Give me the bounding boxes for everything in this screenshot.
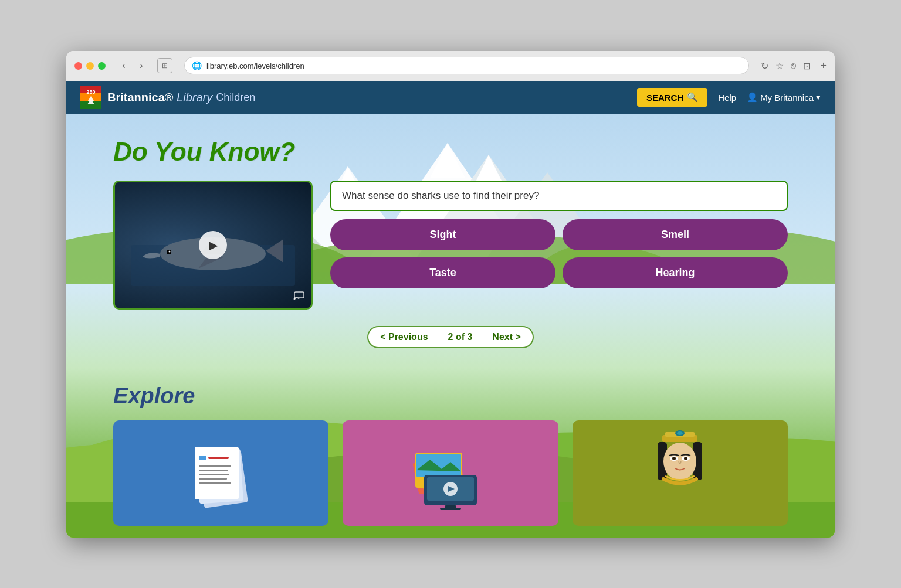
explore-card-history[interactable] [573, 420, 788, 526]
pagination: < Previous 2 of 3 Next > [113, 326, 788, 348]
title-bar: ‹ › ⊞ 🌐 library.eb.com/levels/children ↻… [66, 51, 835, 81]
svg-rect-26 [199, 456, 206, 460]
logo-tree-icon [84, 95, 97, 106]
back-button[interactable]: ‹ [116, 58, 131, 73]
logo-badge: 250 [80, 86, 101, 109]
svg-point-54 [684, 457, 687, 460]
hero-title: Do You Know? [113, 137, 788, 166]
svg-rect-28 [199, 465, 231, 467]
svg-rect-27 [208, 457, 229, 459]
cast-svg [293, 291, 305, 300]
svg-point-50 [663, 443, 696, 480]
previous-button[interactable]: < Previous [367, 326, 439, 348]
logo-children: Children [216, 91, 255, 104]
svg-rect-30 [199, 474, 229, 475]
svg-rect-43 [440, 508, 461, 510]
traffic-lights [74, 62, 106, 70]
svg-point-22 [294, 298, 296, 300]
search-icon: 🔍 [687, 92, 698, 103]
videos-icon [409, 435, 492, 511]
articles-icon [186, 435, 256, 511]
cleopatra-icon [645, 426, 715, 520]
explore-title: Explore [113, 383, 788, 409]
question-box: What sense do sharks use to find their p… [330, 181, 788, 211]
browser-window: ‹ › ⊞ 🌐 library.eb.com/levels/children ↻… [66, 51, 835, 538]
refresh-icon[interactable]: ↻ [761, 60, 768, 72]
site-header: 250 Britannica® Library Children SEARCH … [66, 81, 835, 114]
maximize-button[interactable] [98, 62, 106, 70]
explore-card-articles[interactable] [113, 420, 328, 526]
help-link[interactable]: Help [718, 93, 736, 103]
user-icon: 👤 [747, 92, 758, 103]
svg-rect-21 [294, 292, 304, 298]
answer-taste[interactable]: Taste [330, 257, 555, 288]
play-button[interactable]: ▶ [199, 231, 227, 259]
cast-icon[interactable] [293, 291, 305, 303]
explore-cards [113, 420, 788, 526]
logo-text: Britannica® Library [107, 91, 212, 104]
hero-content: Do You Know? [66, 114, 835, 366]
sidebar-icon[interactable]: ⊡ [803, 60, 811, 72]
next-button[interactable]: Next > [480, 326, 533, 348]
bookmark-icon[interactable]: ☆ [775, 60, 784, 72]
globe-icon: 🌐 [192, 61, 202, 70]
play-icon: ▶ [209, 238, 218, 252]
minimize-button[interactable] [86, 62, 94, 70]
svg-point-53 [672, 457, 676, 460]
answer-grid: Sight Smell Taste Hearing [330, 219, 788, 288]
svg-rect-29 [199, 470, 228, 471]
close-button[interactable] [74, 62, 82, 70]
share-icon[interactable]: ⎋ [791, 60, 796, 72]
page-content: 250 Britannica® Library Children SEARCH … [66, 81, 835, 538]
logo-area: 250 Britannica® Library Children [80, 86, 255, 109]
browser-actions: ↻ ☆ ⎋ ⊡ [761, 60, 811, 72]
page-count: 2 of 3 [440, 326, 481, 348]
answer-smell[interactable]: Smell [563, 219, 788, 250]
hero-section: Do You Know? [66, 114, 835, 538]
header-right: SEARCH 🔍 Help 👤 My Britannica ▾ [637, 88, 821, 107]
quiz-area: ▶ What sense do sharks use to find [113, 181, 788, 310]
svg-rect-25 [195, 447, 239, 499]
chevron-down-icon: ▾ [816, 92, 821, 103]
logo-250: 250 [86, 90, 95, 95]
search-button[interactable]: SEARCH 🔍 [637, 88, 707, 107]
svg-rect-31 [199, 478, 227, 480]
search-label: SEARCH [646, 93, 683, 103]
quiz-right: What sense do sharks use to find their p… [330, 181, 788, 288]
url-text: library.eb.com/levels/children [206, 62, 304, 70]
answer-hearing[interactable]: Hearing [563, 257, 788, 288]
address-bar[interactable]: 🌐 library.eb.com/levels/children [184, 57, 749, 74]
expand-button[interactable]: + [820, 60, 827, 72]
explore-section: Explore [66, 366, 835, 538]
answer-sight[interactable]: Sight [330, 219, 555, 250]
tab-icon[interactable]: ⊞ [157, 58, 172, 73]
svg-point-20 [169, 250, 171, 252]
svg-point-47 [677, 431, 683, 435]
explore-card-videos[interactable] [343, 420, 558, 526]
my-britannica-link[interactable]: 👤 My Britannica ▾ [747, 92, 821, 103]
svg-rect-32 [199, 482, 231, 484]
nav-arrows: ‹ › [116, 58, 149, 73]
video-thumbnail[interactable]: ▶ [113, 181, 313, 310]
forward-button[interactable]: › [134, 58, 149, 73]
